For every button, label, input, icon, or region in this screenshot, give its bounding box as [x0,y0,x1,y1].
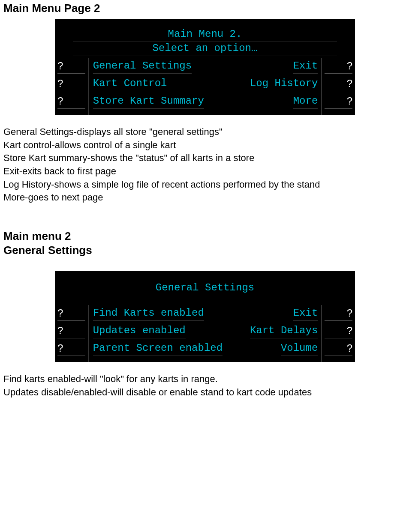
help-icon[interactable]: ? [325,77,352,91]
description-block-1: General Settings-displays all store "gen… [3,126,391,204]
description-line: More-goes to next page [3,191,391,204]
menu-item-general-settings[interactable]: General Settings [93,60,192,74]
menu-item-kart-control[interactable]: Kart Control [93,77,167,91]
page-heading-2a: Main menu 2 [3,230,391,243]
description-block-2: Find karts enabled-will "look" for any k… [3,373,391,398]
help-icon[interactable]: ? [57,342,85,356]
lcd-panel-mainmenu2: Main Menu 2. Select an option… ? General… [55,19,355,115]
page-heading-2b: General Settings [3,244,391,257]
menu-item-kart-delays[interactable]: Kart Delays [250,324,318,338]
lcd-title-1: Main Menu 2. [73,28,337,42]
menu-item-find-karts[interactable]: Find Karts enabled [93,307,204,321]
menu-item-parent-screen[interactable]: Parent Screen enabled [93,342,223,356]
help-icon[interactable]: ? [57,95,85,109]
help-icon[interactable]: ? [57,77,85,91]
menu-item-exit[interactable]: Exit [293,60,318,74]
help-icon[interactable]: ? [57,60,85,74]
lcd-subtitle-1: Select an option… [73,42,337,56]
menu-item-more[interactable]: More [293,95,318,109]
description-line: Updates disable/enabled-will disable or … [3,386,391,399]
menu-item-updates-enabled[interactable]: Updates enabled [93,324,186,338]
description-line: Store Kart summary-shows the "status" of… [3,152,391,164]
description-line: Exit-exits back to first page [3,165,391,178]
menu-item-volume[interactable]: Volume [281,342,318,356]
help-icon[interactable]: ? [325,342,352,356]
help-icon[interactable]: ? [325,95,352,109]
lcd-title-2: General Settings [156,282,254,293]
menu-item-store-kart-summary[interactable]: Store Kart Summary [93,95,204,109]
description-line: General Settings-displays all store "gen… [3,126,391,138]
menu-item-exit[interactable]: Exit [293,307,318,321]
help-icon[interactable]: ? [325,60,352,74]
help-icon[interactable]: ? [57,324,85,338]
page-heading-1: Main Menu Page 2 [3,2,391,15]
help-icon[interactable]: ? [325,307,352,321]
description-line: Log History-shows a simple log file of r… [3,178,391,191]
description-line: Find karts enabled-will "look" for any k… [3,373,391,386]
menu-item-log-history[interactable]: Log History [250,77,318,91]
lcd-panel-general-settings: General Settings ? Find Karts enabled Ex… [55,271,355,362]
description-line: Kart control-allows control of a single … [3,139,391,152]
help-icon[interactable]: ? [57,307,85,321]
help-icon[interactable]: ? [325,324,352,338]
